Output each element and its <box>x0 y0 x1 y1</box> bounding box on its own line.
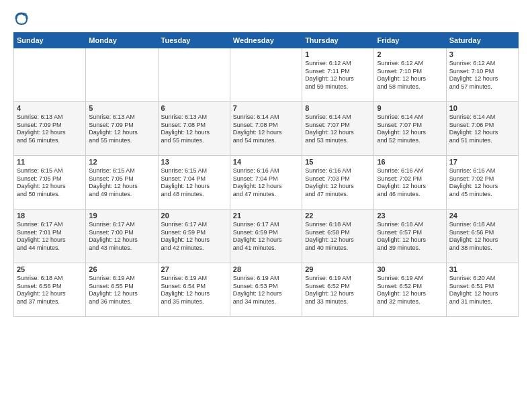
calendar-cell: 31Sunrise: 6:20 AM Sunset: 6:51 PM Dayli… <box>446 263 518 317</box>
calendar-cell <box>230 48 302 102</box>
calendar-week-row: 1Sunrise: 6:12 AM Sunset: 7:11 PM Daylig… <box>14 48 519 102</box>
calendar-cell: 10Sunrise: 6:14 AM Sunset: 7:06 PM Dayli… <box>446 102 518 156</box>
day-number: 12 <box>89 158 154 166</box>
calendar-header-saturday: Saturday <box>446 33 518 48</box>
day-info: Sunrise: 6:14 AM Sunset: 7:06 PM Dayligh… <box>449 113 515 145</box>
calendar-cell: 25Sunrise: 6:18 AM Sunset: 6:56 PM Dayli… <box>14 263 86 317</box>
calendar-header-tuesday: Tuesday <box>158 33 230 48</box>
calendar-cell: 5Sunrise: 6:13 AM Sunset: 7:09 PM Daylig… <box>86 102 158 156</box>
day-info: Sunrise: 6:16 AM Sunset: 7:04 PM Dayligh… <box>233 167 299 199</box>
calendar-cell: 23Sunrise: 6:18 AM Sunset: 6:57 PM Dayli… <box>374 210 446 263</box>
calendar-header-monday: Monday <box>86 33 158 48</box>
day-info: Sunrise: 6:18 AM Sunset: 6:57 PM Dayligh… <box>377 221 443 253</box>
day-info: Sunrise: 6:12 AM Sunset: 7:11 PM Dayligh… <box>305 60 371 91</box>
calendar-header-thursday: Thursday <box>302 33 374 48</box>
calendar-cell: 7Sunrise: 6:14 AM Sunset: 7:08 PM Daylig… <box>230 102 302 156</box>
day-info: Sunrise: 6:19 AM Sunset: 6:52 PM Dayligh… <box>377 275 443 306</box>
day-number: 13 <box>161 158 227 166</box>
calendar-cell: 24Sunrise: 6:18 AM Sunset: 6:56 PM Dayli… <box>446 210 518 263</box>
calendar-week-row: 25Sunrise: 6:18 AM Sunset: 6:56 PM Dayli… <box>14 263 519 317</box>
day-info: Sunrise: 6:15 AM Sunset: 7:04 PM Dayligh… <box>161 167 227 199</box>
calendar-week-row: 18Sunrise: 6:17 AM Sunset: 7:01 PM Dayli… <box>14 210 519 263</box>
day-info: Sunrise: 6:13 AM Sunset: 7:09 PM Dayligh… <box>17 113 83 145</box>
day-info: Sunrise: 6:14 AM Sunset: 7:08 PM Dayligh… <box>233 113 299 145</box>
day-info: Sunrise: 6:14 AM Sunset: 7:07 PM Dayligh… <box>305 113 371 145</box>
day-number: 14 <box>233 158 299 166</box>
calendar-header-friday: Friday <box>374 33 446 48</box>
day-number: 20 <box>161 212 227 220</box>
day-number: 25 <box>17 265 83 273</box>
day-number: 19 <box>89 212 154 220</box>
day-number: 21 <box>233 212 299 220</box>
calendar-cell: 1Sunrise: 6:12 AM Sunset: 7:11 PM Daylig… <box>302 48 374 102</box>
day-info: Sunrise: 6:15 AM Sunset: 7:05 PM Dayligh… <box>89 167 154 199</box>
day-number: 15 <box>305 158 371 166</box>
logo-icon <box>13 11 30 27</box>
calendar-cell: 26Sunrise: 6:19 AM Sunset: 6:55 PM Dayli… <box>86 263 158 317</box>
day-info: Sunrise: 6:13 AM Sunset: 7:09 PM Dayligh… <box>89 113 154 145</box>
day-number: 28 <box>233 265 299 273</box>
calendar-cell: 28Sunrise: 6:19 AM Sunset: 6:53 PM Dayli… <box>230 263 302 317</box>
day-info: Sunrise: 6:19 AM Sunset: 6:52 PM Dayligh… <box>305 275 371 306</box>
calendar-cell: 8Sunrise: 6:14 AM Sunset: 7:07 PM Daylig… <box>302 102 374 156</box>
calendar-cell: 21Sunrise: 6:17 AM Sunset: 6:59 PM Dayli… <box>230 210 302 263</box>
day-info: Sunrise: 6:14 AM Sunset: 7:07 PM Dayligh… <box>377 113 443 145</box>
day-number: 10 <box>449 104 515 112</box>
day-number: 9 <box>377 104 443 112</box>
page: SundayMondayTuesdayWednesdayThursdayFrid… <box>0 0 532 411</box>
calendar-cell: 22Sunrise: 6:18 AM Sunset: 6:58 PM Dayli… <box>302 210 374 263</box>
day-number: 31 <box>449 265 515 273</box>
calendar-header-sunday: Sunday <box>14 33 86 48</box>
day-number: 1 <box>305 50 371 58</box>
day-number: 24 <box>449 212 515 220</box>
calendar-cell: 16Sunrise: 6:16 AM Sunset: 7:02 PM Dayli… <box>374 156 446 210</box>
calendar-cell: 3Sunrise: 6:12 AM Sunset: 7:10 PM Daylig… <box>446 48 518 102</box>
day-number: 16 <box>377 158 443 166</box>
calendar-cell: 20Sunrise: 6:17 AM Sunset: 6:59 PM Dayli… <box>158 210 230 263</box>
day-info: Sunrise: 6:19 AM Sunset: 6:54 PM Dayligh… <box>161 275 227 306</box>
calendar-cell: 11Sunrise: 6:15 AM Sunset: 7:05 PM Dayli… <box>14 156 86 210</box>
day-number: 22 <box>305 212 371 220</box>
day-number: 26 <box>89 265 154 273</box>
calendar-header-row: SundayMondayTuesdayWednesdayThursdayFrid… <box>14 33 519 48</box>
calendar-cell: 14Sunrise: 6:16 AM Sunset: 7:04 PM Dayli… <box>230 156 302 210</box>
day-number: 7 <box>233 104 299 112</box>
calendar-cell: 30Sunrise: 6:19 AM Sunset: 6:52 PM Dayli… <box>374 263 446 317</box>
day-number: 8 <box>305 104 371 112</box>
day-number: 29 <box>305 265 371 273</box>
day-number: 4 <box>17 104 83 112</box>
day-info: Sunrise: 6:17 AM Sunset: 7:00 PM Dayligh… <box>89 221 154 253</box>
calendar-cell: 13Sunrise: 6:15 AM Sunset: 7:04 PM Dayli… <box>158 156 230 210</box>
day-number: 2 <box>377 50 443 58</box>
calendar-cell: 9Sunrise: 6:14 AM Sunset: 7:07 PM Daylig… <box>374 102 446 156</box>
day-info: Sunrise: 6:18 AM Sunset: 6:56 PM Dayligh… <box>17 275 83 306</box>
day-info: Sunrise: 6:13 AM Sunset: 7:08 PM Dayligh… <box>161 113 227 145</box>
day-info: Sunrise: 6:17 AM Sunset: 7:01 PM Dayligh… <box>17 221 83 253</box>
calendar-week-row: 11Sunrise: 6:15 AM Sunset: 7:05 PM Dayli… <box>14 156 519 210</box>
day-info: Sunrise: 6:17 AM Sunset: 6:59 PM Dayligh… <box>233 221 299 253</box>
header <box>13 11 519 27</box>
day-number: 5 <box>89 104 154 112</box>
calendar-cell: 18Sunrise: 6:17 AM Sunset: 7:01 PM Dayli… <box>14 210 86 263</box>
calendar-cell: 15Sunrise: 6:16 AM Sunset: 7:03 PM Dayli… <box>302 156 374 210</box>
calendar-cell: 12Sunrise: 6:15 AM Sunset: 7:05 PM Dayli… <box>86 156 158 210</box>
day-info: Sunrise: 6:12 AM Sunset: 7:10 PM Dayligh… <box>449 60 515 91</box>
calendar-cell <box>158 48 230 102</box>
calendar-cell: 27Sunrise: 6:19 AM Sunset: 6:54 PM Dayli… <box>158 263 230 317</box>
day-number: 27 <box>161 265 227 273</box>
day-number: 30 <box>377 265 443 273</box>
calendar-cell <box>86 48 158 102</box>
day-info: Sunrise: 6:19 AM Sunset: 6:53 PM Dayligh… <box>233 275 299 306</box>
day-number: 6 <box>161 104 227 112</box>
day-number: 18 <box>17 212 83 220</box>
day-number: 23 <box>377 212 443 220</box>
day-info: Sunrise: 6:16 AM Sunset: 7:02 PM Dayligh… <box>377 167 443 199</box>
day-info: Sunrise: 6:16 AM Sunset: 7:02 PM Dayligh… <box>449 167 515 199</box>
calendar-cell: 29Sunrise: 6:19 AM Sunset: 6:52 PM Dayli… <box>302 263 374 317</box>
calendar-cell: 19Sunrise: 6:17 AM Sunset: 7:00 PM Dayli… <box>86 210 158 263</box>
day-info: Sunrise: 6:15 AM Sunset: 7:05 PM Dayligh… <box>17 167 83 199</box>
day-number: 3 <box>449 50 515 58</box>
day-info: Sunrise: 6:18 AM Sunset: 6:58 PM Dayligh… <box>305 221 371 253</box>
calendar-cell: 4Sunrise: 6:13 AM Sunset: 7:09 PM Daylig… <box>14 102 86 156</box>
day-info: Sunrise: 6:20 AM Sunset: 6:51 PM Dayligh… <box>449 275 515 306</box>
